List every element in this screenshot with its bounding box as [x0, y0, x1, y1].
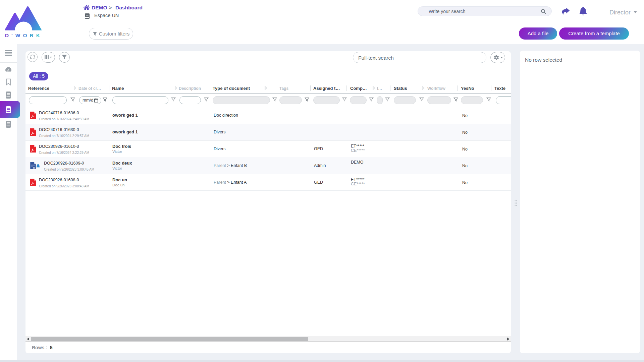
- svg-text:w: w: [33, 167, 35, 169]
- svg-text:O'WORK: O'WORK: [5, 33, 42, 38]
